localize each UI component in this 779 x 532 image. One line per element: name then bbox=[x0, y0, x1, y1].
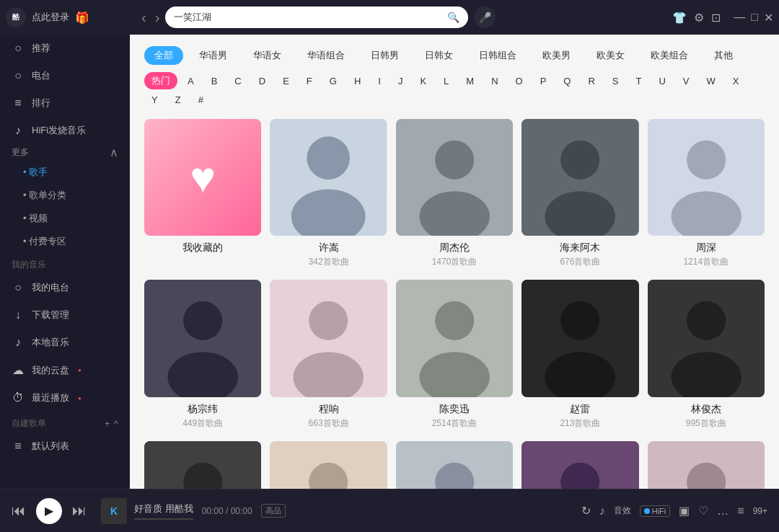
alpha-j[interactable]: J bbox=[391, 74, 410, 89]
artist-card-row3-1[interactable] bbox=[144, 441, 261, 489]
nav-forward-button[interactable]: › bbox=[155, 9, 160, 26]
artist-card-zhoujielun[interactable]: 周杰伦 1470首歌曲 bbox=[396, 119, 513, 268]
login-button[interactable]: 点此登录 bbox=[32, 11, 69, 24]
alpha-h[interactable]: H bbox=[347, 74, 368, 89]
more-button[interactable]: … bbox=[717, 505, 729, 518]
playlist-button[interactable]: ≡ bbox=[737, 505, 744, 518]
next-button[interactable]: ⏭ bbox=[72, 502, 87, 519]
alpha-n[interactable]: N bbox=[484, 74, 505, 89]
alpha-x[interactable]: X bbox=[726, 74, 747, 89]
search-icon[interactable]: 🔍 bbox=[447, 12, 459, 23]
alpha-p[interactable]: P bbox=[533, 74, 554, 89]
prev-button[interactable]: ⏮ bbox=[12, 502, 26, 519]
filter-western-group[interactable]: 欧美组合 bbox=[641, 46, 698, 65]
collapse-button[interactable]: ∧ bbox=[110, 146, 118, 159]
mini-mode-icon[interactable]: ⊡ bbox=[711, 11, 721, 25]
hifi-badge[interactable]: HiFi bbox=[640, 505, 671, 517]
search-input[interactable] bbox=[174, 12, 441, 23]
quality-badge[interactable]: 高品 bbox=[261, 504, 286, 518]
filter-western-male[interactable]: 欧美男 bbox=[532, 46, 581, 65]
alpha-c[interactable]: C bbox=[227, 74, 248, 89]
sidebar-item-songlist[interactable]: • 歌单分类 bbox=[23, 184, 130, 207]
add-playlist-button[interactable]: + bbox=[105, 419, 110, 429]
nav-back-button[interactable]: ‹ bbox=[141, 9, 146, 26]
alpha-hash[interactable]: # bbox=[191, 92, 211, 107]
sidebar-item-video[interactable]: • 视频 bbox=[23, 207, 130, 230]
alpha-r[interactable]: R bbox=[581, 74, 602, 89]
sidebar-item-cloud[interactable]: ☁ 我的云盘 ● bbox=[0, 356, 130, 384]
alpha-a[interactable]: A bbox=[180, 74, 201, 89]
filter-chinese-group[interactable]: 华语组合 bbox=[297, 46, 355, 65]
filter-japanese-female[interactable]: 日韩女 bbox=[415, 46, 463, 65]
collapse-playlist-button[interactable]: ^ bbox=[114, 419, 118, 429]
gift-icon[interactable]: 🎁 bbox=[75, 11, 89, 25]
sidebar-item-radio[interactable]: ○ 电台 bbox=[0, 62, 130, 89]
screen-button[interactable]: ▣ bbox=[679, 504, 690, 518]
minimize-button[interactable]: — bbox=[734, 11, 745, 25]
artist-card-chenyixun[interactable]: 陈奕迅 2514首歌曲 bbox=[396, 280, 513, 429]
more-label[interactable]: 更多 bbox=[12, 146, 29, 159]
filter-chinese-male[interactable]: 华语男 bbox=[189, 46, 237, 65]
play-button[interactable]: ▶ bbox=[36, 498, 62, 524]
alpha-v[interactable]: V bbox=[676, 74, 697, 89]
maximize-button[interactable]: □ bbox=[751, 11, 758, 25]
artist-card-linjunjie[interactable]: 林俊杰 995首歌曲 bbox=[648, 280, 765, 429]
sidebar-item-download[interactable]: ↓ 下载管理 bbox=[0, 301, 130, 329]
alpha-z[interactable]: Z bbox=[168, 92, 188, 107]
alpha-g[interactable]: G bbox=[322, 74, 344, 89]
artist-card-hailaiamu[interactable]: 海来阿木 676首歌曲 bbox=[521, 119, 638, 268]
mic-button[interactable]: 🎤 bbox=[474, 6, 496, 28]
sidebar-item-recommend[interactable]: ○ 推荐 bbox=[0, 35, 130, 62]
settings-icon[interactable]: ⚙ bbox=[694, 11, 704, 25]
alpha-m[interactable]: M bbox=[459, 74, 481, 89]
like-button[interactable]: ♡ bbox=[698, 504, 708, 518]
volume-button[interactable]: ♪ bbox=[599, 505, 605, 518]
alpha-q[interactable]: Q bbox=[556, 74, 578, 89]
artist-card-zhoushen[interactable]: 周深 1214首歌曲 bbox=[648, 119, 765, 268]
artist-card-row3-4[interactable] bbox=[521, 441, 638, 489]
sidebar-item-recent[interactable]: ⏱ 最近播放 ● bbox=[0, 384, 130, 412]
album-thumb[interactable]: K bbox=[101, 498, 127, 524]
alpha-hot[interactable]: 热门 bbox=[144, 72, 177, 89]
sidebar-item-hifi[interactable]: ♪ HiFi发烧音乐 bbox=[0, 117, 130, 144]
filter-japanese-group[interactable]: 日韩组合 bbox=[469, 46, 527, 65]
sidebar-item-vip[interactable]: • 付费专区 bbox=[23, 230, 130, 253]
alpha-i[interactable]: I bbox=[371, 74, 388, 89]
alpha-l[interactable]: L bbox=[436, 74, 456, 89]
sidebar-item-chart[interactable]: ≡ 排行 bbox=[0, 89, 130, 117]
alpha-u[interactable]: U bbox=[651, 74, 672, 89]
loop-button[interactable]: ↻ bbox=[581, 504, 591, 518]
alpha-o[interactable]: O bbox=[509, 74, 530, 89]
artist-card-row3-3[interactable] bbox=[396, 441, 513, 489]
artist-card-row3-5[interactable] bbox=[648, 441, 765, 489]
filter-all[interactable]: 全部 bbox=[144, 46, 183, 65]
filter-other[interactable]: 其他 bbox=[704, 46, 743, 65]
filter-western-female[interactable]: 欧美女 bbox=[586, 46, 635, 65]
filter-japanese-male[interactable]: 日韩男 bbox=[361, 46, 409, 65]
sidebar-item-my-radio[interactable]: ○ 我的电台 bbox=[0, 274, 130, 301]
alpha-b[interactable]: B bbox=[204, 74, 225, 89]
alpha-s[interactable]: S bbox=[605, 74, 626, 89]
alpha-d[interactable]: D bbox=[252, 74, 273, 89]
sidebar-item-singer[interactable]: • 歌手 bbox=[23, 161, 130, 184]
artist-name-chenyixun: 陈奕迅 bbox=[396, 403, 513, 416]
skin-icon[interactable]: 👕 bbox=[672, 11, 687, 25]
filter-chinese-female[interactable]: 华语女 bbox=[243, 46, 291, 65]
artist-card-yangzongwei[interactable]: 杨宗纬 449首歌曲 bbox=[144, 280, 261, 429]
artist-card-row3-2[interactable] bbox=[270, 441, 387, 489]
alpha-f[interactable]: F bbox=[299, 74, 320, 89]
artist-card-xuhao[interactable]: 许嵩 342首歌曲 bbox=[270, 119, 387, 268]
artist-card-fav[interactable]: ♥ 我收藏的 bbox=[144, 119, 261, 268]
artist-card-chengxiang[interactable]: 程响 663首歌曲 bbox=[270, 280, 387, 429]
sidebar-item-local[interactable]: ♪ 本地音乐 bbox=[0, 329, 130, 356]
artist-card-zhaolei[interactable]: 赵雷 213首歌曲 bbox=[521, 280, 638, 429]
effect-label[interactable]: 音效 bbox=[614, 505, 631, 517]
alpha-y[interactable]: Y bbox=[144, 92, 165, 107]
alpha-w[interactable]: W bbox=[700, 74, 723, 89]
alpha-k[interactable]: K bbox=[413, 74, 433, 89]
alpha-t[interactable]: T bbox=[629, 74, 649, 89]
close-button[interactable]: ✕ bbox=[764, 11, 773, 25]
alpha-e[interactable]: E bbox=[276, 74, 296, 89]
sidebar-item-default-list[interactable]: ≡ 默认列表 bbox=[0, 433, 130, 460]
track-progress-bar[interactable] bbox=[134, 518, 193, 520]
